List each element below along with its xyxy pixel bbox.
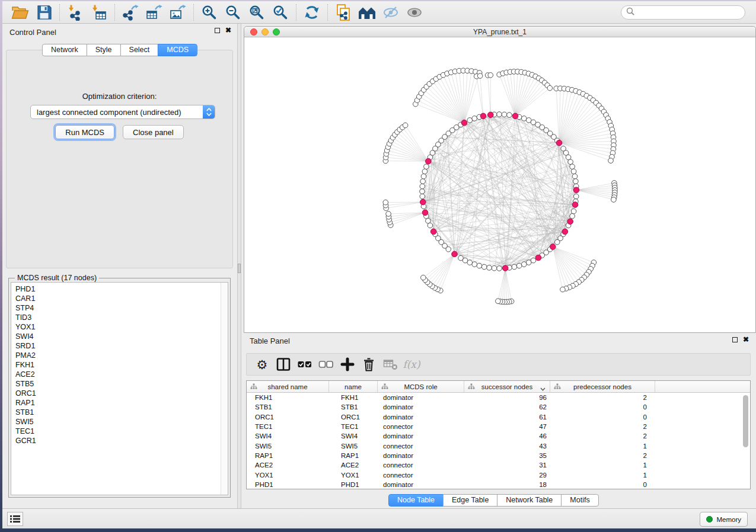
table-cell: 2 <box>550 394 655 401</box>
close-panel-icon[interactable]: ✖ <box>225 27 231 34</box>
tab-edge-table[interactable]: Edge Table <box>443 494 497 507</box>
tab-motifs[interactable]: Motifs <box>561 494 598 507</box>
import-table-icon[interactable] <box>87 3 111 22</box>
mcds-result-item[interactable]: CAR1 <box>11 294 228 303</box>
delete-column-icon[interactable] <box>358 355 379 374</box>
mcds-result-item[interactable]: TID3 <box>11 313 228 322</box>
table-cell: 0 <box>550 414 655 421</box>
network-canvas[interactable] <box>244 37 755 332</box>
mcds-list-scrollbar[interactable] <box>221 283 228 495</box>
mcds-result-item[interactable]: STB1 <box>11 408 228 417</box>
export-network-icon[interactable] <box>119 3 142 22</box>
tab-network-table[interactable]: Network Table <box>497 494 562 507</box>
mcds-result-item[interactable]: SRD1 <box>11 341 228 351</box>
tab-network[interactable]: Network <box>42 44 87 56</box>
table-cell: SWI4 <box>247 432 329 440</box>
mcds-result-item[interactable]: STP4 <box>11 303 228 313</box>
table-cell: 1 <box>550 462 655 469</box>
table-cell: YOX1 <box>329 472 378 479</box>
add-column-icon[interactable] <box>337 355 358 374</box>
toolbar-separator <box>327 4 328 21</box>
column-header-name[interactable]: name <box>329 381 378 392</box>
mcds-result-item[interactable]: PMA2 <box>11 351 228 360</box>
function-builder-icon: f(x) <box>401 355 422 374</box>
mcds-result-item[interactable]: RAP1 <box>11 398 228 408</box>
select-all-icon[interactable] <box>294 355 315 374</box>
split-panel-icon[interactable] <box>273 355 294 374</box>
right-region: YPA_prune.txt_1 Table Panel ✖ ⚙f(x) shar… <box>241 24 756 508</box>
column-header-shared-name[interactable]: shared name <box>247 381 329 392</box>
table-scrollbar[interactable] <box>743 395 748 447</box>
minimize-window-icon[interactable] <box>261 28 269 36</box>
table-row[interactable]: STB1STB1dominator620 <box>247 402 750 412</box>
close-table-panel-icon[interactable]: ✖ <box>743 336 749 343</box>
node-table[interactable]: shared namenameMCDS rolesuccessor nodesp… <box>246 380 751 489</box>
task-history-button[interactable] <box>7 512 23 526</box>
column-header-label: shared name <box>267 383 307 390</box>
table-row[interactable]: ACE2ACE2connector311 <box>247 460 750 470</box>
table-row[interactable]: YOX1YOX1connector291 <box>247 470 750 479</box>
cytoscape-window: Control Panel ✖ NetworkStyleSelectMCDS O… <box>2 1 756 528</box>
criterion-dropdown[interactable]: largest connected component (undirected) <box>30 105 215 119</box>
mcds-result-item[interactable]: SWI5 <box>11 417 228 427</box>
clone-network-icon[interactable] <box>331 3 355 22</box>
table-cell: 2 <box>550 452 655 459</box>
close-window-icon[interactable] <box>250 28 257 36</box>
mcds-result-item[interactable]: TEC1 <box>11 427 228 436</box>
zoom-selected-icon[interactable] <box>269 3 292 22</box>
float-table-panel-icon[interactable] <box>732 337 738 342</box>
show-graphics-details-icon[interactable] <box>379 3 403 22</box>
deselect-all-icon[interactable] <box>315 355 337 374</box>
search-input[interactable] <box>637 8 744 17</box>
close-panel-button[interactable]: Close panel <box>123 125 184 139</box>
zoom-out-icon[interactable] <box>221 3 245 22</box>
network-graph[interactable] <box>244 37 755 332</box>
mcds-result-item[interactable]: ACE2 <box>11 370 228 379</box>
table-row[interactable]: RAP1RAP1dominator352 <box>247 451 750 460</box>
tab-select[interactable]: Select <box>120 44 159 56</box>
float-panel-icon[interactable] <box>215 28 220 33</box>
mcds-result-item[interactable]: PHD1 <box>11 284 228 294</box>
mcds-result-item[interactable]: FKH1 <box>11 360 228 370</box>
tab-node-table[interactable]: Node Table <box>388 494 444 507</box>
mcds-result-item[interactable]: SWI4 <box>11 332 228 341</box>
tab-style[interactable]: Style <box>87 44 121 56</box>
column-header-predecessor-nodes[interactable]: predecessor nodes <box>550 381 655 392</box>
table-row[interactable]: TEC1TEC1connector472 <box>247 422 750 431</box>
table-cell: TEC1 <box>247 423 329 430</box>
export-image-icon[interactable] <box>166 3 190 22</box>
table-row[interactable]: SWI4SWI4dominator462 <box>247 431 750 441</box>
search-box[interactable] <box>621 5 745 20</box>
zoom-fit-icon[interactable] <box>245 3 269 22</box>
mcds-result-item[interactable]: ORC1 <box>11 389 228 398</box>
save-session-icon[interactable] <box>32 3 56 22</box>
network-window-titlebar[interactable]: YPA_prune.txt_1 <box>244 27 755 37</box>
refresh-layout-icon[interactable] <box>300 3 324 22</box>
mcds-result-list[interactable]: PHD1CAR1STP4TID3YOX1SWI4SRD1PMA2FKH1ACE2… <box>11 282 228 495</box>
memory-button[interactable]: Memory <box>700 512 748 527</box>
gear-icon[interactable]: ⚙ <box>251 355 273 374</box>
splitter-handle[interactable] <box>238 264 241 273</box>
table-row[interactable]: SWI5SWI5connector431 <box>247 441 750 450</box>
open-session-icon[interactable] <box>8 3 32 22</box>
mcds-result-item[interactable]: STB5 <box>11 379 228 389</box>
column-header-MCDS-role[interactable]: MCDS role <box>378 381 464 392</box>
zoom-in-icon[interactable] <box>197 3 221 22</box>
run-mcds-button[interactable]: Run MCDS <box>55 125 114 139</box>
table-cell: ACE2 <box>247 462 329 469</box>
tab-mcds[interactable]: MCDS <box>158 44 197 56</box>
hierarchy-icon <box>250 383 257 391</box>
table-row[interactable]: PHD1PHD1dominator180 <box>247 480 750 489</box>
import-network-icon[interactable] <box>63 3 87 22</box>
hide-graphics-details-icon[interactable] <box>403 3 426 22</box>
first-neighbors-icon[interactable] <box>355 3 379 22</box>
mcds-result-item[interactable]: YOX1 <box>11 322 228 332</box>
export-table-icon[interactable] <box>142 3 166 22</box>
table-row[interactable]: FKH1FKH1dominator962 <box>247 393 750 402</box>
table-row[interactable]: ORC1ORC1dominator610 <box>247 412 750 422</box>
column-header-successor-nodes[interactable]: successor nodes <box>464 381 550 392</box>
maximize-window-icon[interactable] <box>273 28 280 36</box>
column-header-label: successor nodes <box>481 383 532 390</box>
mcds-result-item[interactable]: GCR1 <box>11 436 228 446</box>
vertical-splitter[interactable] <box>237 24 241 508</box>
